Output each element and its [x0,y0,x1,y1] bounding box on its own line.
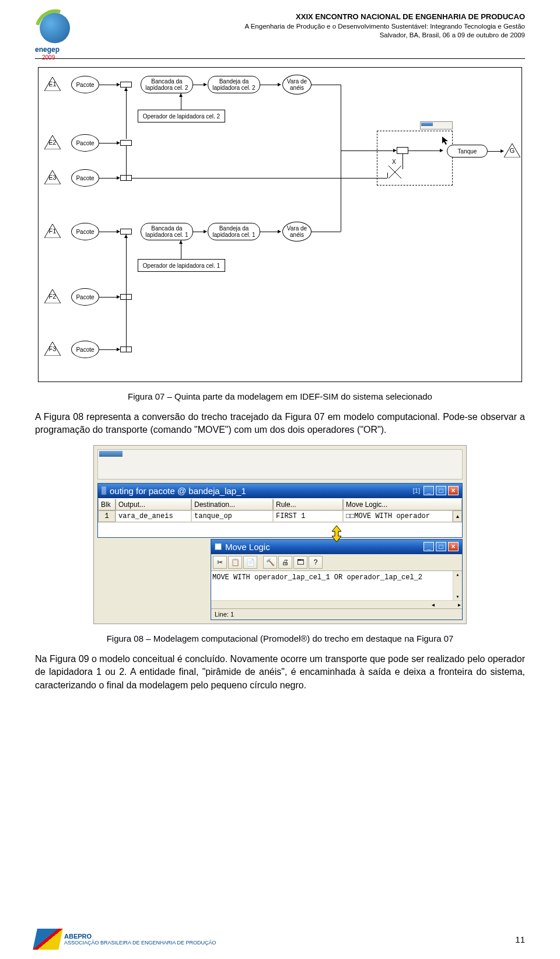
page-number: 11 [515,935,525,944]
move-toolbar: ✂ 📋 📄 🔨 🖨 🗔 ? [211,554,462,571]
svg-marker-10 [332,526,341,542]
vara-f1: Vara de anéis [282,222,312,242]
bandeja-e1: Bandeja da lapidadora cel. 2 [208,76,260,93]
tool-paste[interactable]: 📄 [243,556,257,569]
figure08-caption: Figura 08 – Modelagem computacional (Pro… [35,632,525,645]
pacote-e3: Pacote [71,169,99,187]
svg-marker-3 [442,136,448,145]
triangle-g: G [504,144,520,158]
paragraph-2: Na Figura 09 o modelo conceitual é concl… [35,653,525,692]
cell-blk: 1 [98,510,116,522]
triangle-f2: F2 [44,289,61,303]
x-junction: X [388,166,401,178]
move-close-button[interactable]: × [448,542,459,551]
abepro-logo: ABEPRO ASSOCIAÇÃO BRASILEIRA DE ENGENHAR… [35,929,216,950]
canvas-area [97,449,463,480]
bancada-f1: Bancada da lapidadora cel. 1 [141,223,193,240]
pacote-e1: Pacote [71,76,99,93]
figure07-caption: Figura 07 – Quinta parte da modelagem em… [35,390,525,402]
pacote-f2: Pacote [71,288,99,306]
tool-cut[interactable]: ✂ [213,556,227,569]
maximize-button[interactable]: □ [436,486,446,495]
tool-print[interactable]: 🖨 [278,556,292,569]
footer-sub: ASSOCIAÇÃO BRASILEIRA DE ENGENHARIA DE P… [64,940,216,946]
logo-text: enegep [35,46,60,54]
pacote-e2: Pacote [71,134,99,152]
routing-title: outing for pacote @ bandeja_lap_1 [110,486,246,496]
cell-destination[interactable]: tanque_op [191,510,273,522]
header-line2: A Engenharia de Produção e o Desenvolvim… [83,22,525,32]
move-maximize-button[interactable]: □ [436,542,446,551]
bancada-e1: Bancada da lapidadora cel. 2 [141,76,193,93]
triangle-e3: E3 [44,170,61,184]
mini-window-icon [420,121,453,130]
bandeja-f1: Bandeja da lapidadora cel. 1 [208,223,260,240]
operator-cel2: Operador de lapidadora cel. 2 [138,110,225,123]
col-output[interactable]: Output... [116,499,191,510]
logo-year: 2009 [42,54,55,61]
diagram-figure-07: E1 Pacote Bancada da lapidadora cel. 2 B… [38,67,522,382]
move-logic-window: Move Logic _ □ × ✂ 📋 📄 🔨 🖨 🗔 ? MOVE W [211,539,463,620]
branch-box-e2 [120,140,132,146]
move-title: Move Logic [225,542,270,552]
footer-brand: ABEPRO [64,933,216,940]
header-line3: Salvador, BA, Brasil, 06 a 09 de outubro… [83,31,525,40]
enegep-logo: enegep 2009 [35,12,76,52]
promodel-screenshot: outing for pacote @ bandeja_lap_1 [1] _ … [93,445,467,624]
header-text: XXIX ENCONTRO NACIONAL DE ENGENHARIA DE … [83,12,525,40]
cell-output[interactable]: vara_de_aneis [116,510,191,522]
grid-header: Blk Output... Destination... Rule... Mov… [98,498,462,510]
col-movelogic[interactable]: Move Logic... [343,499,462,510]
tool-help[interactable]: ? [309,556,323,569]
tool-window[interactable]: 🗔 [293,556,307,569]
grid-row-1[interactable]: 1 vara_de_aneis tanque_op FIRST 1 □□MOVE… [98,510,462,522]
tool-build[interactable]: 🔨 [263,556,277,569]
page: enegep 2009 XXIX ENCONTRO NACIONAL DE EN… [0,0,560,959]
operator-cel1: Operador de lapidadora cel. 1 [138,259,225,272]
triangle-f3: F3 [44,342,61,356]
col-rule[interactable]: Rule... [273,499,343,510]
tanque: Tanque [447,145,488,158]
tool-copy[interactable]: 📋 [228,556,242,569]
move-minimize-button[interactable]: _ [424,542,434,551]
footer: ABEPRO ASSOCIAÇÃO BRASILEIRA DE ENGENHAR… [35,929,525,950]
cursor-icon [442,136,450,145]
pacote-f1: Pacote [71,223,99,240]
triangle-f1: F1 [44,224,61,238]
paragraph-1: A Figura 08 representa a conversão do tr… [35,411,525,437]
window-buttons: _ □ × [424,486,459,495]
routing-sup: [1] [413,487,420,494]
cell-movelogic[interactable]: □□MOVE WITH operador [343,510,453,522]
code-editor[interactable]: MOVE WITH operador_lap_cel_1 OR operador… [211,571,462,600]
vara-e1: Vara de anéis [282,75,312,94]
resize-arrow-icon [328,526,345,542]
minimize-button[interactable]: _ [424,486,434,495]
header-rule [35,58,525,59]
routing-window: outing for pacote @ bandeja_lap_1 [1] _ … [97,483,463,538]
header: enegep 2009 XXIX ENCONTRO NACIONAL DE EN… [35,12,525,52]
routing-titlebar: outing for pacote @ bandeja_lap_1 [1] _ … [98,484,462,498]
col-blk[interactable]: Blk [98,499,116,510]
branch-box-e1 [120,82,132,88]
triangle-e2: E2 [44,135,61,149]
cell-rule[interactable]: FIRST 1 [273,510,343,522]
close-button[interactable]: × [448,486,459,495]
header-line1: XXIX ENCONTRO NACIONAL DE ENGENHARIA DE … [83,12,525,22]
code-scrollbar[interactable]: ▴▾ [453,571,462,600]
triangle-e1: E1 [44,77,61,91]
branch-box-f1 [120,229,132,235]
status-bar: Line: 1 [211,608,462,620]
scroll-up-icon[interactable]: ▴ [453,510,462,522]
pacote-f3: Pacote [71,341,99,358]
col-destination[interactable]: Destination... [191,499,273,510]
branch-box-dashed [397,147,408,154]
